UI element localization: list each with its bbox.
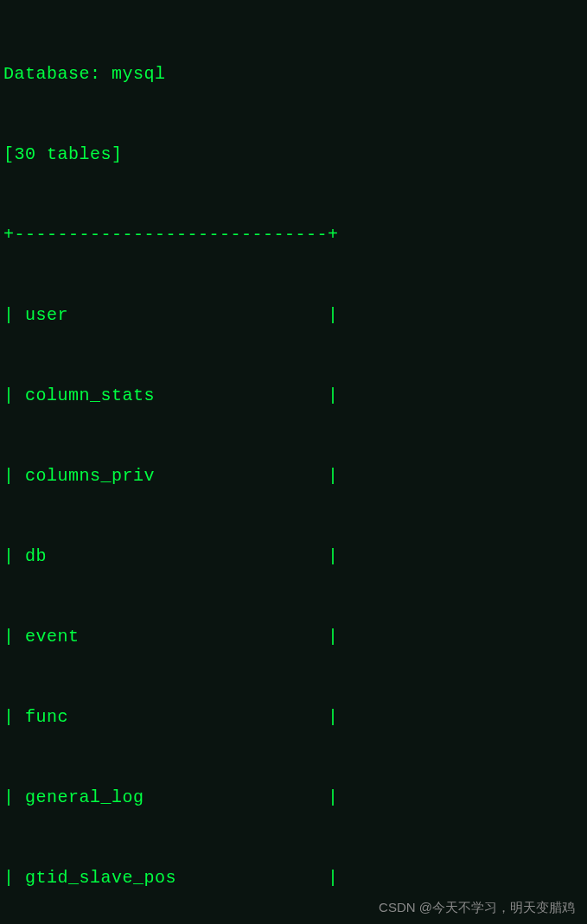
table-border-top: +-----------------------------+ bbox=[3, 221, 584, 248]
table-count-line: [30 tables] bbox=[3, 141, 584, 168]
terminal-output: Database: mysql [30 tables] +-----------… bbox=[3, 7, 584, 924]
database-name-line: Database: mysql bbox=[3, 61, 584, 87]
table-row: | columns_priv | bbox=[3, 462, 584, 489]
table-row: | column_stats | bbox=[3, 382, 584, 409]
table-row: | event | bbox=[3, 623, 584, 650]
table-row: | func | bbox=[3, 704, 584, 730]
watermark-text: CSDN @今天不学习，明天变腊鸡 bbox=[379, 897, 575, 917]
table-row: | gtid_slave_pos | bbox=[3, 864, 584, 891]
table-row: | user | bbox=[3, 302, 584, 328]
table-row: | general_log | bbox=[3, 784, 584, 811]
table-row: | db | bbox=[3, 543, 584, 570]
